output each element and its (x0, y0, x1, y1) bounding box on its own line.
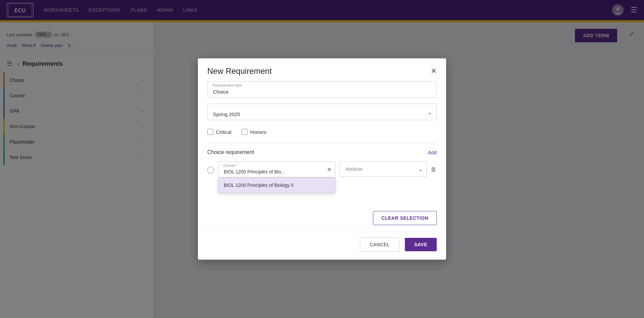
modal-close-button[interactable]: ✕ (431, 67, 437, 75)
course-dropdown: BIOL 1200 Principles of Biology II (218, 177, 335, 193)
term-field: Term * Spring 2025 ⌄ (207, 104, 437, 120)
honors-label: Honors (250, 129, 266, 135)
new-requirement-modal: New Requirement ✕ Requirement type Term … (198, 58, 446, 260)
critical-checkbox-item: Critical (207, 129, 231, 135)
requirement-type-label: Requirement type (213, 83, 242, 87)
course-input-wrapper: Course * ✕ BIOL 1200 Principles of Biolo… (218, 161, 335, 177)
attribute-select-wrapper: Attribute ⌄ (339, 161, 427, 177)
modal-header: New Requirement ✕ (198, 58, 446, 81)
critical-checkbox[interactable] (207, 129, 213, 135)
course-clear-button[interactable]: ✕ (327, 166, 331, 173)
critical-label: Critical (216, 129, 231, 135)
attribute-select[interactable]: Attribute (339, 161, 427, 177)
save-button[interactable]: SAVE (405, 238, 437, 251)
choice-req-title: Choice requirement (207, 149, 254, 155)
term-select-wrapper: Spring 2025 ⌄ (207, 104, 437, 120)
term-select[interactable]: Spring 2025 (207, 104, 437, 120)
course-row: Course * ✕ BIOL 1200 Principles of Biolo… (207, 161, 437, 177)
choice-req-header: Choice requirement Add (207, 149, 437, 155)
modal-body: Requirement type Term * Spring 2025 ⌄ Cr… (198, 81, 446, 232)
honors-checkbox-item: Honors (241, 129, 266, 135)
modal-overlay: New Requirement ✕ Requirement type Term … (0, 0, 644, 318)
course-dropdown-item[interactable]: BIOL 1200 Principles of Biology II (218, 178, 335, 193)
add-choice-link[interactable]: Add (428, 150, 437, 155)
clear-selection-button[interactable]: CLEAR SELECTION (373, 211, 437, 225)
course-radio[interactable] (207, 167, 214, 173)
modal-footer: CANCEL SAVE (198, 232, 446, 260)
cancel-button[interactable]: CANCEL (360, 237, 399, 252)
course-field-label: Course * (223, 163, 238, 167)
section-divider (207, 143, 437, 143)
delete-row-button[interactable]: 🗑 (431, 166, 437, 173)
checkboxes-row: Critical Honors (207, 126, 437, 140)
modal-title: New Requirement (207, 66, 272, 76)
clear-selection-container: CLEAR SELECTION (207, 204, 437, 225)
requirement-type-field: Requirement type (207, 81, 437, 98)
honors-checkbox[interactable] (241, 129, 248, 135)
